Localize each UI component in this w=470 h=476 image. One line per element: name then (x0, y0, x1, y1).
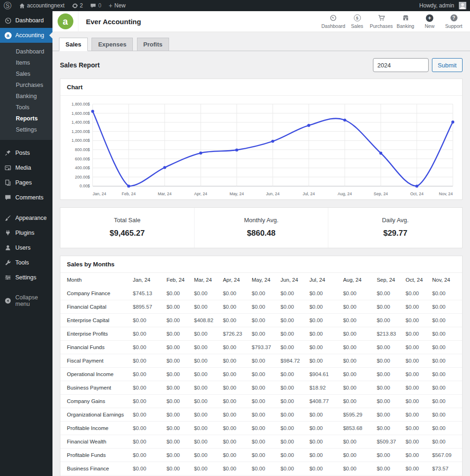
cell-value: $0.00 (190, 462, 219, 476)
cell-value: $0.00 (190, 341, 219, 354)
cell-value: $0.00 (219, 422, 248, 435)
sidebar-item-media[interactable]: Media (0, 160, 52, 175)
cell-value: $0.00 (219, 300, 248, 314)
tab-sales[interactable]: Sales (59, 38, 88, 51)
comments[interactable]: 0 (86, 0, 105, 11)
svg-text:May, 24: May, 24 (229, 192, 244, 196)
nav-sales[interactable]: $ Sales (346, 12, 369, 31)
cell-value: $0.00 (428, 300, 462, 314)
cell-value: $0.00 (219, 314, 248, 327)
cell-value: $0.00 (248, 300, 277, 314)
row-label: Fiscal Payment (60, 354, 129, 368)
cell-value: $0.00 (339, 354, 373, 368)
cell-value: $0.00 (373, 287, 402, 300)
cell-value: $984.72 (277, 354, 306, 368)
cell-value: $408.82 (190, 314, 219, 327)
row-label: Profitable Income (60, 422, 129, 435)
tab-expenses[interactable]: Expenses (91, 38, 133, 51)
nav-new[interactable]: + New (418, 12, 441, 31)
cell-value: $0.00 (428, 287, 462, 300)
cell-value: $73.57 (428, 462, 462, 476)
cell-value: $0.00 (339, 300, 373, 314)
cell-value: $0.00 (373, 462, 402, 476)
plugin-nav: Dashboard $ Sales Purchases Banking + (321, 12, 470, 31)
cell-value: $0.00 (129, 327, 163, 341)
sidebar-item-comments[interactable]: Comments (0, 190, 52, 205)
cell-value: $726.23 (219, 327, 248, 341)
row-label: Financial Wealth (60, 435, 129, 449)
nav-support[interactable]: ? Support (442, 12, 465, 31)
cell-value: $0.00 (277, 381, 306, 395)
chart-card-title: Chart (60, 79, 462, 96)
cell-value: $0.00 (129, 435, 163, 449)
sidebar-item-posts[interactable]: Posts (0, 145, 52, 160)
chart-card: Chart 0.00$200.00$400.00$600.00$800.00$1… (60, 79, 463, 200)
submenu-item-reports[interactable]: Reports (0, 113, 52, 124)
table-row: Fiscal Payment$0.00$0.00$0.00$0.00$0.00$… (60, 354, 462, 368)
plug-icon (4, 229, 12, 237)
site-link[interactable]: accountingnext (15, 0, 68, 11)
cell-value: $0.00 (219, 462, 248, 476)
cell-value: $0.00 (428, 314, 462, 327)
year-input[interactable] (373, 58, 429, 72)
cell-value: $0.00 (306, 314, 339, 327)
collapse-icon (4, 297, 12, 304)
cell-value: $0.00 (428, 422, 462, 435)
submenu-item-dashboard[interactable]: Dashboard (0, 46, 52, 57)
cell-value: $0.00 (402, 381, 428, 395)
wp-logo[interactable]: Ⓢ (0, 0, 15, 11)
cell-value: $0.00 (402, 314, 428, 327)
nav-purchases[interactable]: Purchases (370, 12, 393, 31)
sidebar-item-plugins[interactable]: Plugins (0, 225, 52, 240)
cell-value: $0.00 (163, 462, 190, 476)
submenu-item-purchases[interactable]: Purchases (0, 79, 52, 91)
table-row: Operational Income$0.00$0.00$0.00$0.00$0… (60, 368, 462, 381)
plugin-logo-cell: a (52, 11, 78, 32)
svg-text:Sep, 24: Sep, 24 (374, 192, 388, 196)
ever-accounting-logo: a (58, 13, 73, 29)
nav-dashboard[interactable]: Dashboard (321, 12, 345, 31)
cell-value: $0.00 (373, 354, 402, 368)
table-row: Company Gains$0.00$0.00$0.00$0.00$0.00$0… (60, 395, 462, 408)
sidebar-item-appearance[interactable]: Appearance (0, 211, 52, 225)
sidebar-item-users[interactable]: Users (0, 240, 52, 255)
cell-value: $0.00 (428, 408, 462, 422)
my-account[interactable]: Howdy, admin (416, 0, 470, 11)
stat-label: Monthly Avg. (199, 217, 324, 224)
submenu-item-items[interactable]: Items (0, 57, 52, 68)
tab-profits[interactable]: Profits (137, 38, 169, 51)
sidebar-item-settings[interactable]: Settings (0, 270, 52, 285)
submenu-item-sales[interactable]: Sales (0, 68, 52, 79)
cell-value: $408.77 (306, 395, 339, 408)
submenu-item-tools[interactable]: Tools (0, 102, 52, 113)
cell-value: $0.00 (248, 422, 277, 435)
cell-value: $0.00 (277, 314, 306, 327)
sidebar-item-label: Comments (15, 194, 43, 201)
new-content[interactable]: + New (105, 0, 129, 11)
cell-value: $0.00 (402, 354, 428, 368)
svg-text:1,400.00$: 1,400.00$ (72, 120, 90, 125)
sidebar-item-tools[interactable]: Tools (0, 255, 52, 270)
cell-value: $0.00 (306, 300, 339, 314)
table-row: Profitable Income$0.00$0.00$0.00$0.00$0.… (60, 422, 462, 435)
nav-banking[interactable]: Banking (394, 12, 417, 31)
submit-button[interactable]: Submit (432, 58, 463, 72)
accounting-logo-icon: a (4, 32, 12, 39)
collapse-menu-button[interactable]: Collapse menu (0, 291, 52, 311)
svg-text:200.00$: 200.00$ (75, 175, 90, 179)
cell-value: $0.00 (402, 395, 428, 408)
cell-value: $0.00 (402, 300, 428, 314)
cell-value: $0.00 (373, 381, 402, 395)
cell-value: $0.00 (306, 341, 339, 354)
plus-circle-icon: + (418, 14, 441, 22)
sidebar-item-accounting[interactable]: a Accounting (0, 28, 52, 43)
cell-value: $0.00 (306, 354, 339, 368)
sidebar-item-dashboard[interactable]: Dashboard (0, 13, 52, 28)
updates[interactable]: 2 (68, 0, 87, 11)
nav-label: Dashboard (321, 23, 345, 29)
submenu-item-settings[interactable]: Settings (0, 124, 52, 135)
cell-value: $0.00 (219, 341, 248, 354)
submenu-item-banking[interactable]: Banking (0, 91, 52, 102)
sidebar-item-label: Dashboard (15, 17, 44, 24)
sidebar-item-pages[interactable]: Pages (0, 175, 52, 190)
